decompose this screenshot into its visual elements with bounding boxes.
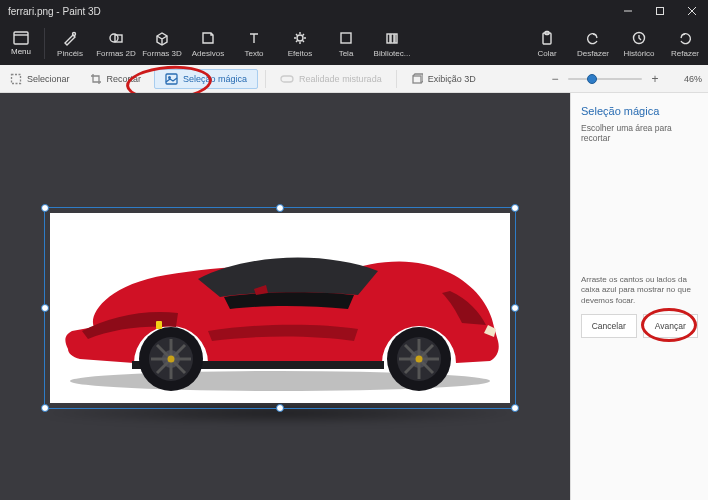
paste-button[interactable]: Colar — [524, 22, 570, 65]
tab-text[interactable]: Texto — [231, 22, 277, 65]
select-icon — [10, 73, 22, 85]
text-icon — [246, 30, 262, 46]
history-button[interactable]: Histórico — [616, 22, 662, 65]
action-label: Colar — [537, 49, 556, 58]
button-label: Avançar — [655, 321, 686, 331]
crop-icon — [90, 73, 102, 85]
canvas[interactable] — [50, 213, 510, 403]
svg-rect-4 — [14, 32, 28, 44]
redo-icon — [677, 30, 693, 46]
ribbon: Menu Pincéis Formas 2D Formas 3D Adesivo… — [0, 22, 708, 65]
history-icon — [631, 30, 647, 46]
selection-handle-bottom-center[interactable] — [276, 404, 284, 412]
action-label: Histórico — [623, 49, 654, 58]
svg-rect-21 — [413, 76, 421, 83]
tab-label: Texto — [244, 49, 263, 58]
svg-point-38 — [416, 356, 423, 363]
tab-shapes-2d[interactable]: Formas 2D — [93, 22, 139, 65]
menu-button[interactable]: Menu — [0, 22, 42, 65]
redo-button[interactable]: Refazer — [662, 22, 708, 65]
selection-handle-middle-left[interactable] — [41, 304, 49, 312]
mixed-reality-icon — [280, 73, 294, 85]
svg-rect-11 — [387, 34, 390, 43]
svg-rect-17 — [12, 74, 21, 83]
library-icon — [384, 30, 400, 46]
selection-handle-top-center[interactable] — [276, 204, 284, 212]
magic-select-panel: Seleção mágica Escolher uma área para re… — [570, 93, 708, 500]
undo-icon — [585, 30, 601, 46]
separator — [265, 70, 266, 88]
tab-label: Formas 3D — [142, 49, 182, 58]
tab-label: Formas 2D — [96, 49, 136, 58]
menu-icon — [13, 31, 29, 45]
separator — [44, 28, 45, 59]
stickers-icon — [200, 30, 216, 46]
paste-icon — [539, 30, 555, 46]
zoom-slider[interactable] — [568, 78, 642, 80]
next-button[interactable]: Avançar — [643, 314, 699, 338]
svg-point-6 — [73, 32, 76, 35]
svg-rect-39 — [156, 321, 162, 329]
sub-label: Seleção mágica — [183, 74, 247, 84]
main-area: Seleção mágica Escolher uma área para re… — [0, 93, 708, 500]
sub-label: Realidade misturada — [299, 74, 382, 84]
window-minimize-button[interactable] — [612, 0, 644, 22]
tab-label: Adesivos — [192, 49, 224, 58]
action-label: Desfazer — [577, 49, 609, 58]
view3d-icon — [411, 73, 423, 85]
crop-button[interactable]: Recortar — [80, 65, 152, 92]
svg-rect-10 — [341, 33, 351, 43]
svg-rect-1 — [657, 8, 664, 15]
shapes2d-icon — [108, 30, 124, 46]
zoom-value: 46% — [668, 74, 702, 84]
canvas-icon — [338, 30, 354, 46]
tab-label: Tela — [339, 49, 354, 58]
view-3d-button[interactable]: Exibição 3D — [401, 65, 486, 92]
canvas-image — [58, 231, 502, 393]
select-button[interactable]: Selecionar — [0, 65, 80, 92]
svg-rect-13 — [395, 34, 397, 43]
magic-select-icon — [165, 73, 178, 85]
sub-label: Recortar — [107, 74, 142, 84]
tab-label: Efeitos — [288, 49, 312, 58]
selection-handle-bottom-left[interactable] — [41, 404, 49, 412]
svg-rect-20 — [281, 76, 293, 82]
window-title: ferrari.png - Paint 3D — [0, 6, 612, 17]
tab-label: Bibliotec... — [374, 49, 411, 58]
zoom-slider-thumb[interactable] — [587, 74, 597, 84]
menu-label: Menu — [11, 47, 31, 56]
selection-handle-bottom-right[interactable] — [511, 404, 519, 412]
sub-label: Exibição 3D — [428, 74, 476, 84]
tab-brushes[interactable]: Pincéis — [47, 22, 93, 65]
shapes3d-icon — [154, 30, 170, 46]
zoom-in-button[interactable]: + — [648, 72, 662, 86]
tab-shapes-3d[interactable]: Formas 3D — [139, 22, 185, 65]
window-close-button[interactable] — [676, 0, 708, 22]
panel-hint: Arraste os cantos ou lados da caixa azul… — [581, 275, 698, 306]
undo-button[interactable]: Desfazer — [570, 22, 616, 65]
selection-handle-top-left[interactable] — [41, 204, 49, 212]
tab-library[interactable]: Bibliotec... — [369, 22, 415, 65]
panel-subtitle: Escolher uma área para recortar — [581, 123, 698, 143]
tab-stickers[interactable]: Adesivos — [185, 22, 231, 65]
magic-select-button[interactable]: Seleção mágica — [154, 69, 258, 89]
effects-icon — [292, 30, 308, 46]
selection-handle-middle-right[interactable] — [511, 304, 519, 312]
window-maximize-button[interactable] — [644, 0, 676, 22]
svg-point-19 — [168, 76, 171, 79]
selection-handle-top-right[interactable] — [511, 204, 519, 212]
separator — [396, 70, 397, 88]
tab-canvas[interactable]: Tela — [323, 22, 369, 65]
tab-effects[interactable]: Efeitos — [277, 22, 323, 65]
action-label: Refazer — [671, 49, 699, 58]
ribbon-tabs: Pincéis Formas 2D Formas 3D Adesivos Tex… — [47, 22, 708, 65]
sub-label: Selecionar — [27, 74, 70, 84]
button-label: Cancelar — [592, 321, 626, 331]
panel-title: Seleção mágica — [581, 105, 698, 117]
cancel-button[interactable]: Cancelar — [581, 314, 637, 338]
svg-point-9 — [297, 35, 303, 41]
mixed-reality-button[interactable]: Realidade misturada — [270, 65, 392, 92]
zoom-out-button[interactable]: − — [548, 72, 562, 86]
canvas-area[interactable] — [0, 93, 570, 500]
svg-rect-12 — [391, 34, 394, 43]
